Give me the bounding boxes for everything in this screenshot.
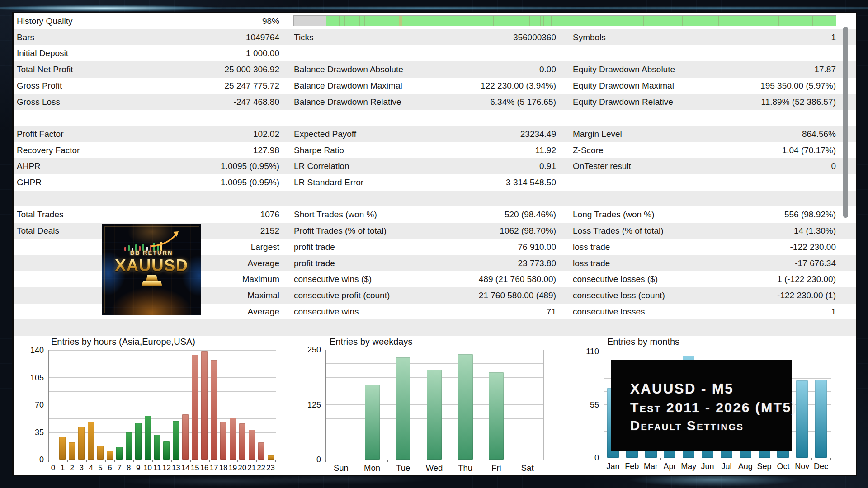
chart-bar xyxy=(258,442,264,460)
quality-bar-gap-stripe xyxy=(736,16,736,26)
stat-value: 1.0095 (0.95%) xyxy=(167,158,279,174)
stat-value: 520 (98.46%) xyxy=(411,206,556,223)
stat-label: profit trade xyxy=(294,255,335,272)
chart-title: Entries by hours (Asia,Europe,USA) xyxy=(51,337,195,347)
stat-value: 127.98 xyxy=(167,142,279,159)
stat-value: -122 230.00 (1) xyxy=(683,287,836,304)
x-axis-tick-mark xyxy=(736,458,736,460)
chart-bar xyxy=(69,442,75,460)
x-axis-category-label: 23 xyxy=(259,463,282,473)
quality-bar-gap-stripe xyxy=(359,16,360,26)
stat-value: 122 230.00 (3.94%) xyxy=(411,78,556,94)
x-axis-tick-mark xyxy=(96,460,96,462)
stat-value: 0.91 xyxy=(411,158,556,174)
chart-bar xyxy=(220,422,226,460)
x-axis-tick-mark xyxy=(717,458,717,460)
x-axis-tick-mark xyxy=(209,460,210,462)
chart-bar xyxy=(116,447,123,460)
stat-label: OnTester result xyxy=(573,158,631,174)
chart-bar xyxy=(249,430,255,460)
quality-bar-gap-stripe-wide xyxy=(399,16,402,26)
chart-bar xyxy=(182,414,189,460)
x-axis-tick-mark xyxy=(219,460,219,462)
stat-label: Total Deals xyxy=(17,223,59,239)
x-axis-tick-mark xyxy=(124,460,124,462)
stat-value: 3 314 548.50 xyxy=(411,174,556,191)
quality-bar-gap-stripe xyxy=(339,16,340,26)
badge-test-range: Test 2011 - 2026 (MT5) xyxy=(630,398,792,417)
x-axis-tick-mark xyxy=(830,458,831,460)
y-axis-tick-label: 35 xyxy=(11,427,44,437)
chart-bar xyxy=(201,351,208,460)
stat-label: Short Trades (won %) xyxy=(294,206,377,223)
stat-value: 76 910.00 xyxy=(411,239,556,255)
stat-value: 23234.49 xyxy=(411,126,556,142)
stat-value: 195 350.00 (5.97%) xyxy=(683,78,836,94)
x-axis-category-label: Mon xyxy=(361,463,383,473)
stat-label: Bars xyxy=(17,29,34,46)
chart-bar xyxy=(97,446,104,460)
stat-label: Recovery Factor xyxy=(17,142,80,159)
x-axis-tick-mark xyxy=(181,460,181,462)
chart-bar xyxy=(796,380,808,458)
vertical-scrollbar-thumb[interactable] xyxy=(843,27,848,218)
table-row: Gross Profit25 247 775.72Balance Drawdow… xyxy=(14,78,856,94)
x-axis-category-label: Sat xyxy=(516,463,539,473)
chart-bar xyxy=(173,421,179,460)
table-row: AHPR1.0095 (0.95%)LR Correlation0.91OnTe… xyxy=(14,158,856,174)
quality-bar-gap-stripe xyxy=(551,16,552,26)
stat-label: consecutive loss (count) xyxy=(573,287,665,304)
table-row xyxy=(14,191,856,207)
stat-label: Z-Score xyxy=(573,142,604,159)
stat-label: Initial Deposit xyxy=(17,45,68,61)
chart-bar xyxy=(135,423,142,460)
stat-value: 11.89% (52 386.57) xyxy=(683,94,836,110)
table-row xyxy=(14,110,856,126)
x-axis-tick-mark xyxy=(481,460,481,462)
chart-bar xyxy=(78,427,85,460)
stat-label: loss trade xyxy=(573,239,610,255)
stat-value: -122 230.00 xyxy=(683,239,836,255)
x-axis-category-label: Fri xyxy=(485,463,508,473)
stat-value: 0 xyxy=(683,158,836,174)
stat-value: -247 468.80 xyxy=(167,94,279,110)
stat-value: 25 247 775.72 xyxy=(167,78,279,94)
stat-label: GHPR xyxy=(17,174,42,191)
x-axis-tick-mark xyxy=(387,460,388,462)
x-axis-tick-mark xyxy=(275,460,276,462)
y-axis-tick-label: 0 xyxy=(288,455,321,465)
x-axis-category-label: Tue xyxy=(392,463,415,473)
quality-bar-gap-stripe xyxy=(344,16,345,26)
stat-value: 356000360 xyxy=(411,29,556,46)
x-axis-tick-mark xyxy=(171,460,172,462)
stat-value: 1.0095 (0.95%) xyxy=(167,174,279,191)
quality-bar-gap-stripe xyxy=(812,16,813,26)
stat-value: 11.92 xyxy=(411,142,556,159)
x-axis-tick-mark xyxy=(162,460,162,462)
x-axis-tick-mark xyxy=(237,460,238,462)
stat-value: 1 000.00 xyxy=(167,45,279,61)
quality-bar-gap-stripe xyxy=(529,16,530,26)
x-axis-tick-mark xyxy=(114,460,115,462)
logo-uptrend-arrow-icon xyxy=(151,230,182,248)
x-axis-tick-mark xyxy=(774,458,774,460)
stat-value: 864.56% xyxy=(683,126,836,142)
y-axis-tick-label: 70 xyxy=(11,400,44,410)
chart-bar xyxy=(88,422,94,460)
logo-gold-ingot xyxy=(146,275,158,281)
stat-value: 102.02 xyxy=(167,126,279,142)
x-axis-tick-mark xyxy=(143,460,143,462)
stat-value: 0.00 xyxy=(411,61,556,78)
quality-bar-green-segment xyxy=(326,16,836,26)
stat-value: 6.34% (5 176.65) xyxy=(411,94,556,110)
stat-value: 1 xyxy=(683,29,836,46)
stat-label: Ticks xyxy=(294,29,314,46)
stat-value: 17.87 xyxy=(683,61,836,78)
stat-label: LR Standard Error xyxy=(294,174,363,191)
stat-label: LR Correlation xyxy=(294,158,349,174)
strategy-logo-image: BB RETURN XAUUSD xyxy=(102,224,201,315)
stat-label: Balance Drawdown Absolute xyxy=(294,61,403,78)
stat-value: 23 773.80 xyxy=(411,255,556,272)
table-row: Profit Factor102.02Expected Payoff23234.… xyxy=(14,126,856,142)
table-row: Gross Loss-247 468.80Balance Drawdown Re… xyxy=(14,94,856,110)
